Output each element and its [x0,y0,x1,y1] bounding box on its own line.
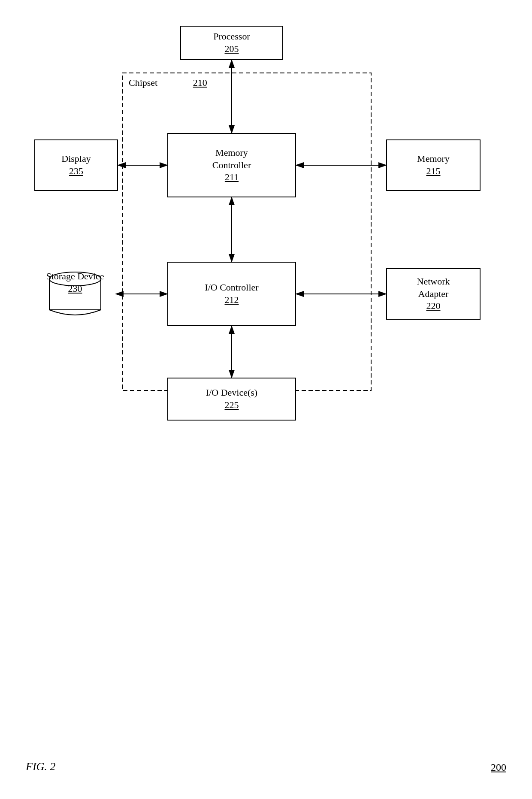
storage-device-cylinder: Storage Device 230 [34,260,116,328]
io-devices-box: I/O Device(s) 225 [167,378,296,421]
fig-label: FIG. 2 [26,760,55,773]
display-box: Display 235 [34,139,118,191]
memory-box: Memory 215 [386,139,481,191]
memory-controller-box: MemoryController 211 [167,133,296,197]
io-controller-box: I/O Controller 212 [167,262,296,326]
fig-number: 200 [491,762,506,773]
chipset-label: Chipset 210 [129,77,207,88]
svg-rect-2 [122,73,371,390]
network-adapter-box: NetworkAdapter 220 [386,268,481,320]
processor-box: Processor 205 [180,26,283,60]
